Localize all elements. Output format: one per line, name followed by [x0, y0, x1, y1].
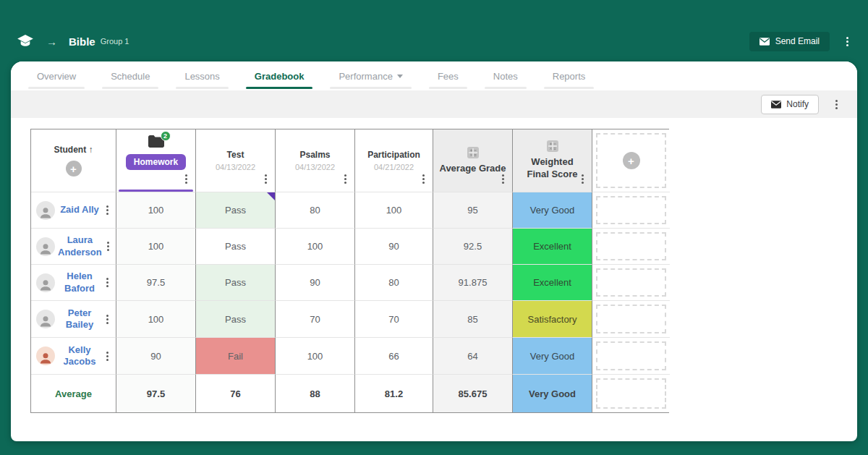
- tab-label: Performance: [339, 71, 392, 82]
- add-grade-dropzone[interactable]: [596, 268, 666, 297]
- group-page-card: Overview Schedule Lessons Gradebook Perf…: [11, 61, 857, 441]
- add-grade-dropzone[interactable]: [596, 232, 666, 260]
- grade-cell-test[interactable]: Pass: [196, 301, 276, 338]
- graduation-cap-icon[interactable]: [17, 35, 33, 48]
- add-grade-dropzone[interactable]: [596, 341, 666, 370]
- send-email-button[interactable]: Send Email: [749, 32, 830, 51]
- calculated-column-icon: [467, 147, 479, 158]
- add-student-button[interactable]: +: [66, 161, 82, 177]
- column-menu-button[interactable]: [500, 172, 506, 186]
- average-cell-average-grade: 85.675: [433, 375, 513, 412]
- tab-label: Reports: [553, 71, 586, 82]
- column-menu-button[interactable]: [183, 172, 190, 186]
- empty-add-cell: [592, 229, 670, 265]
- student-name-link[interactable]: Peter Bailey: [58, 307, 101, 331]
- toolbar-menu-button[interactable]: [833, 98, 840, 111]
- grade-cell-participation[interactable]: 70: [355, 301, 433, 338]
- plus-icon: +: [70, 163, 77, 175]
- test-column-header: Test 04/13/2022: [196, 129, 276, 192]
- row-menu-button[interactable]: [104, 312, 111, 326]
- tab-reports[interactable]: Reports: [544, 61, 595, 90]
- grade-cell-homework[interactable]: 97.5: [116, 265, 196, 301]
- breadcrumb-group-title[interactable]: Bible: [69, 35, 95, 48]
- weighted-score-cell: Excellent: [513, 265, 592, 301]
- student-avatar: [36, 310, 55, 328]
- add-column-dropzone[interactable]: +: [596, 133, 666, 188]
- average-cell-test: 76: [196, 375, 276, 412]
- column-title[interactable]: Test: [227, 150, 244, 161]
- grade-cell-psalms[interactable]: 80: [276, 192, 355, 229]
- tab-lessons[interactable]: Lessons: [176, 61, 228, 90]
- row-menu-button[interactable]: [104, 276, 111, 289]
- grade-cell-psalms[interactable]: 100: [276, 229, 355, 265]
- add-grade-dropzone[interactable]: [596, 196, 666, 224]
- average-grade-cell: 95: [433, 192, 513, 229]
- grade-cell-psalms[interactable]: 100: [276, 338, 355, 375]
- grade-cell-participation[interactable]: 80: [355, 265, 433, 301]
- average-grade-cell: 92.5: [433, 229, 513, 265]
- app-bar-menu-button[interactable]: [844, 35, 851, 48]
- student-avatar: [36, 201, 55, 220]
- student-avatar: [36, 273, 55, 292]
- student-name-link[interactable]: Kelly Jacobs: [58, 344, 101, 368]
- tab-bar: Overview Schedule Lessons Gradebook Perf…: [11, 61, 857, 90]
- tab-label: Lessons: [184, 71, 219, 82]
- column-title[interactable]: Participation: [367, 150, 420, 161]
- column-menu-button[interactable]: [420, 172, 427, 186]
- grade-cell-participation[interactable]: 100: [355, 192, 433, 229]
- column-title[interactable]: Average Grade: [439, 163, 506, 175]
- tab-fees[interactable]: Fees: [429, 61, 467, 90]
- envelope-icon: [771, 101, 781, 109]
- tab-gradebook[interactable]: Gradebook: [246, 61, 313, 90]
- tab-label: Gradebook: [255, 71, 305, 82]
- tab-label: Notes: [493, 71, 518, 82]
- grade-cell-test[interactable]: Fail: [196, 338, 276, 375]
- column-date: 04/13/2022: [216, 163, 255, 171]
- homework-group-chip[interactable]: Homework: [126, 154, 186, 170]
- student-cell: Kelly Jacobs: [31, 338, 116, 375]
- column-title[interactable]: Psalms: [299, 150, 330, 161]
- column-menu-button[interactable]: [342, 172, 349, 186]
- student-header-label: Student: [54, 145, 86, 155]
- tab-performance[interactable]: Performance: [330, 61, 411, 90]
- row-menu-button[interactable]: [104, 349, 111, 363]
- grade-cell-homework[interactable]: 100: [116, 192, 196, 229]
- student-cell: Helen Baford: [31, 265, 116, 301]
- grade-cell-test[interactable]: Pass: [196, 192, 276, 229]
- grade-cell-test[interactable]: Pass: [196, 229, 276, 265]
- add-grade-dropzone[interactable]: [596, 378, 666, 409]
- average-cell-weighted: Very Good: [513, 375, 592, 412]
- tab-notes[interactable]: Notes: [485, 61, 527, 90]
- tab-overview[interactable]: Overview: [28, 61, 85, 90]
- student-name-link[interactable]: Helen Baford: [58, 271, 101, 294]
- average-row-label-cell: Average: [31, 375, 116, 412]
- row-menu-button[interactable]: [104, 203, 111, 217]
- average-cell-psalms: 88: [276, 375, 355, 412]
- student-name-link[interactable]: Zaid Ally: [58, 204, 101, 216]
- psalms-column-header: Psalms 04/13/2022: [276, 129, 355, 192]
- column-menu-button[interactable]: [579, 172, 586, 186]
- grade-cell-participation[interactable]: 66: [355, 338, 433, 375]
- column-title[interactable]: Weighted Final Score: [519, 156, 586, 181]
- folder-icon[interactable]: 2: [148, 135, 164, 150]
- notify-button[interactable]: Notify: [761, 95, 819, 114]
- tab-schedule[interactable]: Schedule: [102, 61, 158, 90]
- grade-cell-homework[interactable]: 100: [116, 301, 196, 338]
- grade-cell-psalms[interactable]: 90: [276, 265, 355, 301]
- row-menu-button[interactable]: [105, 239, 111, 253]
- sort-ascending-icon[interactable]: ↑: [89, 145, 93, 155]
- student-cell: Laura Anderson: [31, 229, 116, 265]
- breadcrumb-arrow-icon: →: [46, 35, 57, 48]
- grade-cell-homework[interactable]: 90: [116, 338, 196, 375]
- grade-cell-participation[interactable]: 90: [355, 229, 433, 265]
- column-menu-button[interactable]: [263, 172, 269, 186]
- student-name-link[interactable]: Laura Anderson: [58, 234, 102, 258]
- column-date: 04/21/2022: [374, 163, 414, 171]
- grade-cell-psalms[interactable]: 70: [276, 301, 355, 338]
- grade-cell-test[interactable]: Pass: [196, 265, 276, 301]
- add-grade-dropzone[interactable]: [596, 305, 666, 333]
- add-column-button[interactable]: +: [623, 152, 640, 169]
- student-avatar: [36, 346, 55, 365]
- gradebook-toolbar: Notify: [11, 90, 857, 118]
- grade-cell-homework[interactable]: 100: [116, 229, 196, 265]
